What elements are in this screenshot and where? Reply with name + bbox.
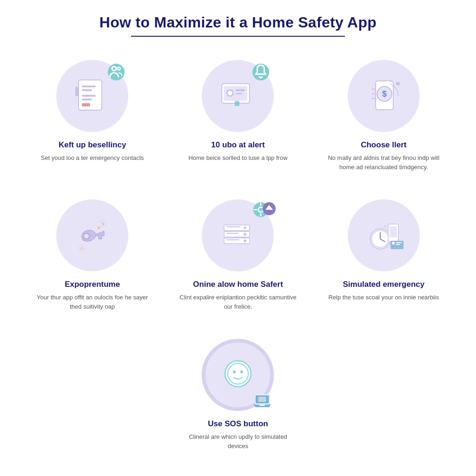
device-icon <box>254 380 270 422</box>
card-3-title: Choose llert <box>361 140 406 150</box>
card-simulated: Simulated emergency Relp the tuse scoal … <box>316 195 452 316</box>
svg-point-37 <box>244 239 246 242</box>
svg-point-48 <box>384 225 386 227</box>
svg-rect-6 <box>82 99 92 100</box>
card-sos: Use SOS button Clineral are whicn updly … <box>170 334 306 455</box>
svg-rect-3 <box>82 86 96 87</box>
badge-icon-2 <box>252 64 269 80</box>
phone-simulated-icon <box>363 215 404 257</box>
card-3-desc: No mally ard aldnis trat bey finou indp … <box>325 153 443 172</box>
dollar-icon: $ <box>363 75 404 117</box>
printer-icon <box>217 215 259 257</box>
svg-rect-4 <box>82 89 92 91</box>
svg-rect-34 <box>226 239 239 240</box>
bell-icon <box>252 51 269 93</box>
icon-circle-4 <box>56 199 128 271</box>
card-1-desc: Set youd loo a ter emergency contacts <box>41 153 144 163</box>
title-divider <box>131 36 345 37</box>
people-icon <box>108 51 125 93</box>
svg-point-0 <box>112 66 116 71</box>
svg-rect-5 <box>82 95 96 97</box>
card-6-title: Simulated emergency <box>343 280 424 289</box>
icon-circle-5 <box>202 199 274 271</box>
svg-text:$: $ <box>382 89 387 99</box>
card-setup: Keft up besellincy Set youd loo a ter em… <box>24 55 160 176</box>
card-5-title: Onine alow home Safert <box>193 280 283 289</box>
svg-point-26 <box>80 247 83 249</box>
svg-rect-50 <box>258 397 266 402</box>
card-4-desc: Your thur app offit an oulocis foe he sa… <box>33 293 151 311</box>
key-icon <box>72 215 113 257</box>
svg-point-36 <box>244 233 246 236</box>
card-2-title: 10 ubo at alert <box>211 140 264 150</box>
badge-icon-5b <box>263 202 276 215</box>
card-1-title: Keft up besellincy <box>59 140 126 150</box>
svg-rect-14 <box>236 93 242 94</box>
icon-circle-2 <box>202 60 274 132</box>
card-2-desc: Home beice sorlled to luse a lpp frow <box>188 153 287 163</box>
svg-point-12 <box>228 91 232 95</box>
svg-point-22 <box>84 233 89 239</box>
card-online-safety: Onine alow home Safert Clint expalire en… <box>170 195 306 316</box>
svg-point-1 <box>118 67 120 70</box>
card-explore: Expoprentume Your thur app offit an oulo… <box>24 195 160 316</box>
svg-rect-7 <box>82 103 90 106</box>
icon-circle-6 <box>348 199 420 271</box>
badge-icon-1 <box>108 64 125 80</box>
svg-point-24 <box>102 223 105 225</box>
contacts-icon <box>72 75 113 117</box>
badge-device <box>254 394 270 407</box>
svg-rect-32 <box>226 226 240 227</box>
svg-rect-47 <box>396 244 400 245</box>
up-icon <box>263 188 276 230</box>
svg-rect-46 <box>396 242 402 243</box>
page-title: How to Maximize it a Home Safety App <box>99 14 377 31</box>
icon-circle-7 <box>202 339 274 411</box>
icon-circle-3: $ <box>348 60 420 132</box>
card-alert: 10 ubo at alert Home beice sorlled to lu… <box>170 55 306 176</box>
svg-rect-8 <box>75 87 78 96</box>
card-5-desc: Clint expalire eniplantion peckltic samu… <box>179 293 297 311</box>
card-7-desc: Clineral are whicn updly to simulated de… <box>179 432 297 450</box>
svg-rect-33 <box>226 233 238 234</box>
card-4-title: Expoprentume <box>65 280 120 289</box>
cards-grid: Keft up besellincy Set youd loo a ter em… <box>24 55 452 455</box>
svg-point-27 <box>97 226 100 229</box>
card-6-desc: Relp the tuse scoal your on innie nearbi… <box>328 293 439 302</box>
icon-circle-1 <box>56 60 128 132</box>
svg-rect-13 <box>236 89 245 91</box>
svg-point-21 <box>396 82 400 86</box>
svg-rect-43 <box>390 226 397 238</box>
svg-point-45 <box>392 242 395 245</box>
card-choose: $ Choose llert No mally ard aldnis trat … <box>316 55 452 176</box>
svg-point-35 <box>244 226 246 229</box>
